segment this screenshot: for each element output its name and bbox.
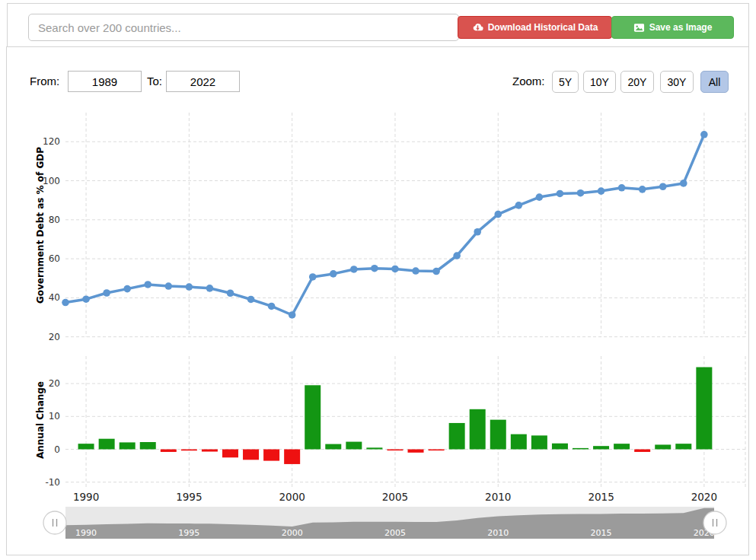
navigator-label: 2010 xyxy=(487,528,509,538)
debt-point[interactable] xyxy=(309,273,317,281)
change-ytick-label: 20 xyxy=(49,378,60,389)
x-axis-label: 2020 xyxy=(691,491,717,503)
debt-line xyxy=(65,135,704,315)
change-axis-title: Annual Change xyxy=(35,381,46,459)
debt-point[interactable] xyxy=(289,311,296,319)
change-bar[interactable] xyxy=(243,450,259,460)
change-bar[interactable] xyxy=(531,435,547,449)
change-bar[interactable] xyxy=(78,444,94,449)
debt-point[interactable] xyxy=(453,252,461,259)
change-bar[interactable] xyxy=(120,442,136,449)
change-bar[interactable] xyxy=(511,434,527,450)
x-axis-label: 1995 xyxy=(176,491,202,503)
change-bar[interactable] xyxy=(387,450,403,451)
change-bar[interactable] xyxy=(655,444,671,449)
debt-ytick-label: 120 xyxy=(43,136,60,147)
x-axis-label: 2005 xyxy=(382,491,408,503)
debt-point[interactable] xyxy=(639,186,646,193)
debt-point[interactable] xyxy=(350,266,358,273)
debt-point[interactable] xyxy=(412,267,419,275)
debt-point[interactable] xyxy=(206,285,214,292)
navigator-label: 2005 xyxy=(384,528,406,538)
navigator-label: 2015 xyxy=(591,528,612,538)
debt-point[interactable] xyxy=(391,266,399,273)
x-axis-label: 2010 xyxy=(485,491,511,503)
change-bar[interactable] xyxy=(263,450,279,461)
debt-point[interactable] xyxy=(186,283,193,291)
change-ytick-label: 10 xyxy=(49,411,60,422)
debt-point[interactable] xyxy=(618,184,626,192)
debt-point[interactable] xyxy=(144,281,152,288)
change-bar[interactable] xyxy=(99,439,115,450)
change-bar[interactable] xyxy=(573,448,589,450)
debt-point[interactable] xyxy=(659,183,667,190)
debt-ytick-label: 20 xyxy=(49,332,60,342)
change-bar[interactable] xyxy=(634,450,650,452)
debt-point[interactable] xyxy=(82,295,90,303)
navigator-label: 1995 xyxy=(178,528,199,538)
navigator-handle-right[interactable] xyxy=(703,511,726,534)
debt-point[interactable] xyxy=(536,193,544,201)
debt-ytick-label: 40 xyxy=(49,292,60,303)
debt-point[interactable] xyxy=(598,187,605,195)
change-bar[interactable] xyxy=(696,368,712,450)
change-bar[interactable] xyxy=(429,450,445,451)
change-bar[interactable] xyxy=(675,444,691,449)
change-bar[interactable] xyxy=(552,444,568,450)
navigator-label: 2000 xyxy=(282,528,303,538)
change-ytick-label: 0 xyxy=(54,444,60,455)
change-bar[interactable] xyxy=(449,423,465,450)
change-bar[interactable] xyxy=(366,447,382,449)
debt-point[interactable] xyxy=(330,270,337,278)
debt-axis-title: Government Debt as % of GDP xyxy=(35,147,46,304)
change-bar[interactable] xyxy=(325,444,341,450)
debt-point[interactable] xyxy=(103,289,110,297)
debt-point[interactable] xyxy=(371,265,378,272)
change-bar[interactable] xyxy=(284,450,300,464)
debt-point[interactable] xyxy=(557,190,564,198)
chart-svg: 20406080100120-1001020Government Debt as… xyxy=(0,0,756,560)
debt-point[interactable] xyxy=(432,268,440,275)
x-axis-label: 2000 xyxy=(279,491,305,503)
change-bar[interactable] xyxy=(346,442,362,450)
debt-point[interactable] xyxy=(494,211,502,218)
debt-point[interactable] xyxy=(165,282,173,290)
debt-point[interactable] xyxy=(62,299,69,307)
debt-point[interactable] xyxy=(227,289,234,297)
x-axis-label: 1990 xyxy=(73,491,99,503)
debt-point[interactable] xyxy=(680,180,687,187)
debt-point[interactable] xyxy=(268,303,276,310)
change-bar[interactable] xyxy=(140,442,156,450)
change-bar[interactable] xyxy=(181,450,197,451)
debt-ytick-label: 80 xyxy=(49,215,60,225)
change-bar[interactable] xyxy=(614,444,630,449)
change-bar[interactable] xyxy=(408,450,424,453)
debt-point[interactable] xyxy=(123,285,131,293)
x-axis-label: 2015 xyxy=(588,491,614,503)
navigator-handle-left[interactable] xyxy=(43,511,66,534)
change-bar[interactable] xyxy=(222,450,238,458)
navigator-label: 1990 xyxy=(75,528,97,538)
debt-ytick-label: 60 xyxy=(49,253,60,264)
change-ytick-label: -10 xyxy=(45,477,60,488)
change-bar[interactable] xyxy=(305,385,321,449)
change-bar[interactable] xyxy=(490,420,506,450)
change-bar[interactable] xyxy=(161,450,177,452)
change-bar[interactable] xyxy=(470,409,486,450)
debt-point[interactable] xyxy=(515,202,523,209)
change-bar[interactable] xyxy=(593,446,609,449)
debt-point[interactable] xyxy=(577,189,585,197)
change-bar[interactable] xyxy=(202,450,218,452)
debt-point[interactable] xyxy=(700,131,708,138)
debt-point[interactable] xyxy=(474,228,481,236)
debt-point[interactable] xyxy=(247,296,255,304)
